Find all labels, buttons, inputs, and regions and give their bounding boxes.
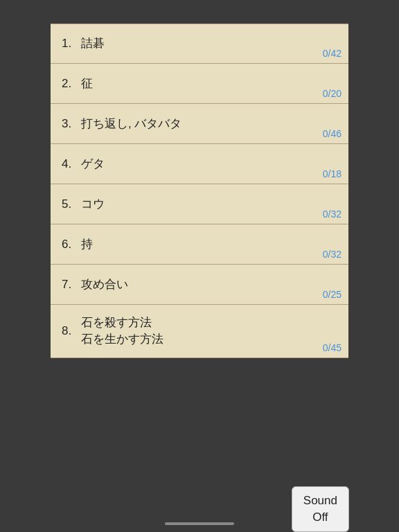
item-label: 石を殺す方法石を生かす方法 bbox=[81, 314, 342, 348]
home-indicator bbox=[165, 522, 234, 525]
list-item[interactable]: 7.攻め合い0/25 bbox=[51, 265, 348, 305]
item-score: 0/32 bbox=[323, 249, 342, 260]
item-label: 打ち返し, バタバタ bbox=[81, 116, 342, 132]
item-number: 8. bbox=[62, 324, 77, 338]
item-score: 0/46 bbox=[323, 128, 342, 139]
item-number: 4. bbox=[62, 157, 77, 171]
list-item[interactable]: 2.征0/20 bbox=[51, 64, 348, 104]
item-label: 征 bbox=[81, 76, 342, 92]
item-score: 0/42 bbox=[323, 48, 342, 59]
bottom-bar: SoundOff bbox=[0, 477, 399, 532]
list-item[interactable]: 5.コウ0/32 bbox=[51, 184, 348, 224]
list-item[interactable]: 1.詰碁0/42 bbox=[51, 24, 348, 64]
item-number: 3. bbox=[62, 117, 77, 131]
item-label: 持 bbox=[81, 236, 342, 253]
list-item[interactable]: 3.打ち返し, バタバタ0/46 bbox=[51, 104, 348, 144]
item-number: 7. bbox=[62, 278, 77, 292]
item-number: 5. bbox=[62, 197, 77, 211]
list-item[interactable]: 6.持0/32 bbox=[51, 224, 348, 265]
item-score: 0/20 bbox=[323, 88, 342, 99]
list-item[interactable]: 4.ゲタ0/18 bbox=[51, 144, 348, 184]
item-number: 1. bbox=[62, 37, 77, 51]
item-score: 0/25 bbox=[323, 289, 342, 300]
sound-button[interactable]: SoundOff bbox=[292, 486, 349, 532]
item-number: 2. bbox=[62, 77, 77, 91]
item-label: ゲタ bbox=[81, 156, 342, 172]
item-score: 0/45 bbox=[323, 342, 342, 353]
item-label: 詰碁 bbox=[81, 35, 342, 52]
item-label: コウ bbox=[81, 196, 342, 213]
item-number: 6. bbox=[62, 238, 77, 251]
item-label: 攻め合い bbox=[81, 276, 342, 293]
item-score: 0/32 bbox=[323, 209, 342, 220]
lesson-list: 1.詰碁0/422.征0/203.打ち返し, バタバタ0/464.ゲタ0/185… bbox=[51, 24, 348, 477]
list-item[interactable]: 8.石を殺す方法石を生かす方法0/45 bbox=[51, 305, 348, 358]
item-score: 0/18 bbox=[323, 168, 342, 179]
